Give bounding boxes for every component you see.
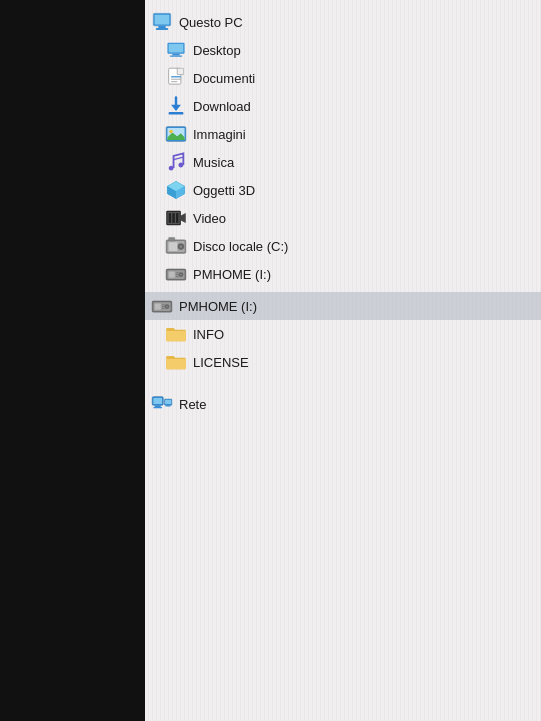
sidebar-item-video[interactable]: Video <box>145 204 541 232</box>
svg-rect-28 <box>169 237 175 241</box>
svg-rect-22 <box>176 213 178 223</box>
svg-rect-46 <box>153 398 162 404</box>
sidebar-item-label: Download <box>193 99 251 114</box>
svg-rect-48 <box>153 407 162 408</box>
video-icon <box>165 207 187 229</box>
svg-point-33 <box>180 274 182 276</box>
sidebar-item-label: PMHOME (I:) <box>193 267 271 282</box>
svg-rect-4 <box>155 15 170 25</box>
pc-icon <box>151 11 173 33</box>
svg-rect-39 <box>155 304 161 310</box>
sidebar-item-rete[interactable]: Rete <box>145 390 541 418</box>
images-icon <box>165 123 187 145</box>
sidebar-item-label: Rete <box>179 397 206 412</box>
sidebar-item-label: Video <box>193 211 226 226</box>
sidebar-item-questo-pc[interactable]: Questo PC <box>145 8 541 36</box>
svg-rect-21 <box>172 213 174 223</box>
sidebar-item-label: Documenti <box>193 71 255 86</box>
svg-point-41 <box>166 306 168 308</box>
sidebar-item-pmhome-1[interactable]: PMHOME (I:) <box>145 260 541 288</box>
sidebar-item-download[interactable]: Download <box>145 92 541 120</box>
sidebar-item-pmhome-2[interactable]: PMHOME (I:) <box>145 292 541 320</box>
disk-icon <box>165 235 187 257</box>
sidebar-item-oggetti3d[interactable]: Oggetti 3D <box>145 176 541 204</box>
desktop-icon <box>165 39 187 61</box>
sidebar-item-documenti[interactable]: Documenti <box>145 64 541 92</box>
music-icon <box>165 151 187 173</box>
svg-rect-27 <box>169 242 178 251</box>
section-divider <box>145 376 541 390</box>
sidebar-item-musica[interactable]: Musica <box>145 148 541 176</box>
sidebar-item-label: Immagini <box>193 127 246 142</box>
svg-point-26 <box>180 245 182 247</box>
svg-rect-20 <box>169 213 171 223</box>
sidebar-item-license[interactable]: LICENSE <box>145 348 541 376</box>
sidebar-item-label: Questo PC <box>179 15 243 30</box>
svg-rect-50 <box>165 400 171 404</box>
svg-rect-3 <box>156 28 168 30</box>
sidebar-item-label: Oggetti 3D <box>193 183 255 198</box>
sidebar-item-label: LICENSE <box>193 355 249 370</box>
folder-icon <box>165 323 187 345</box>
left-panel <box>0 0 145 721</box>
drive-icon <box>151 295 173 317</box>
svg-rect-7 <box>172 54 179 56</box>
svg-rect-8 <box>170 56 182 57</box>
folder-icon <box>165 351 187 373</box>
download-icon <box>165 95 187 117</box>
sidebar-item-label: Desktop <box>193 43 241 58</box>
3d-icon <box>165 179 187 201</box>
svg-rect-10 <box>177 68 183 74</box>
sidebar-item-label: PMHOME (I:) <box>179 299 257 314</box>
sidebar-item-disco-locale[interactable]: Disco locale (C:) <box>145 232 541 260</box>
network-icon <box>151 393 173 415</box>
svg-rect-31 <box>169 272 175 278</box>
svg-rect-47 <box>155 405 161 407</box>
sidebar-item-immagini[interactable]: Immagini <box>145 120 541 148</box>
sidebar-item-label: INFO <box>193 327 224 342</box>
docs-icon <box>165 67 187 89</box>
svg-rect-6 <box>169 44 184 53</box>
sidebar-item-desktop[interactable]: Desktop <box>145 36 541 64</box>
svg-rect-14 <box>169 112 184 114</box>
file-explorer-sidebar: Questo PC Desktop Documenti Download <box>145 0 541 721</box>
sidebar-item-info[interactable]: INFO <box>145 320 541 348</box>
sidebar-item-label: Musica <box>193 155 234 170</box>
sidebar-item-label: Disco locale (C:) <box>193 239 288 254</box>
drive-icon <box>165 263 187 285</box>
svg-rect-2 <box>158 26 165 28</box>
svg-rect-51 <box>166 405 171 406</box>
